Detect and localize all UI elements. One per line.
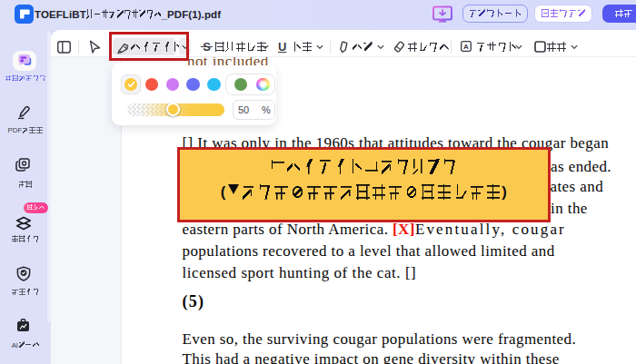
svg-text:A: A xyxy=(463,43,469,51)
